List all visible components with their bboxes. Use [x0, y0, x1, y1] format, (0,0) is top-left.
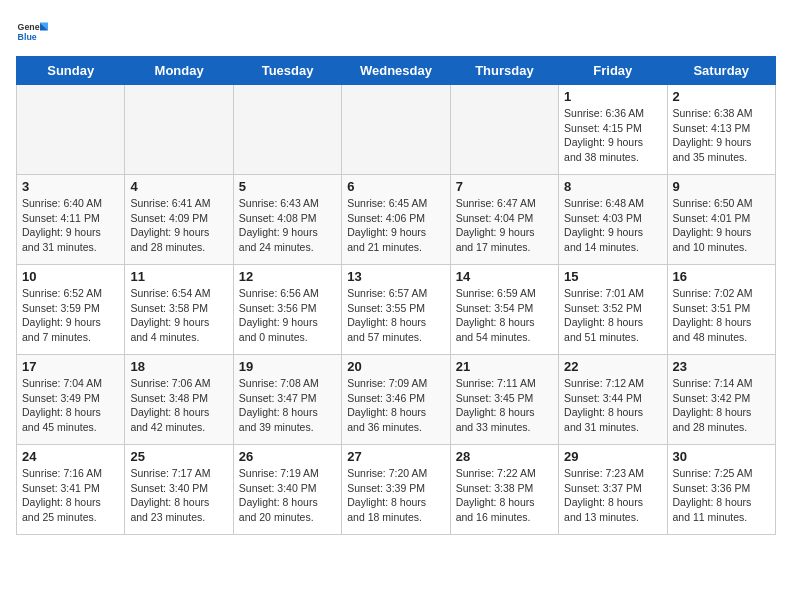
weekday-header-monday: Monday: [125, 57, 233, 85]
day-info: Sunrise: 6:52 AM Sunset: 3:59 PM Dayligh…: [22, 286, 119, 345]
day-number: 17: [22, 359, 119, 374]
day-info: Sunrise: 7:22 AM Sunset: 3:38 PM Dayligh…: [456, 466, 553, 525]
week-row-5: 24Sunrise: 7:16 AM Sunset: 3:41 PM Dayli…: [17, 445, 776, 535]
day-info: Sunrise: 7:16 AM Sunset: 3:41 PM Dayligh…: [22, 466, 119, 525]
calendar-cell: 28Sunrise: 7:22 AM Sunset: 3:38 PM Dayli…: [450, 445, 558, 535]
weekday-header-saturday: Saturday: [667, 57, 775, 85]
day-info: Sunrise: 6:56 AM Sunset: 3:56 PM Dayligh…: [239, 286, 336, 345]
day-number: 26: [239, 449, 336, 464]
day-info: Sunrise: 7:02 AM Sunset: 3:51 PM Dayligh…: [673, 286, 770, 345]
calendar-cell: 26Sunrise: 7:19 AM Sunset: 3:40 PM Dayli…: [233, 445, 341, 535]
calendar-cell: 20Sunrise: 7:09 AM Sunset: 3:46 PM Dayli…: [342, 355, 450, 445]
logo-icon: General Blue: [16, 16, 48, 48]
day-number: 23: [673, 359, 770, 374]
day-number: 28: [456, 449, 553, 464]
day-number: 7: [456, 179, 553, 194]
day-number: 12: [239, 269, 336, 284]
day-info: Sunrise: 6:45 AM Sunset: 4:06 PM Dayligh…: [347, 196, 444, 255]
calendar-cell: 30Sunrise: 7:25 AM Sunset: 3:36 PM Dayli…: [667, 445, 775, 535]
day-number: 29: [564, 449, 661, 464]
day-info: Sunrise: 7:23 AM Sunset: 3:37 PM Dayligh…: [564, 466, 661, 525]
calendar-cell: 5Sunrise: 6:43 AM Sunset: 4:08 PM Daylig…: [233, 175, 341, 265]
calendar-cell: 7Sunrise: 6:47 AM Sunset: 4:04 PM Daylig…: [450, 175, 558, 265]
day-number: 13: [347, 269, 444, 284]
day-number: 20: [347, 359, 444, 374]
day-info: Sunrise: 7:11 AM Sunset: 3:45 PM Dayligh…: [456, 376, 553, 435]
day-info: Sunrise: 6:50 AM Sunset: 4:01 PM Dayligh…: [673, 196, 770, 255]
day-number: 18: [130, 359, 227, 374]
calendar-cell: 24Sunrise: 7:16 AM Sunset: 3:41 PM Dayli…: [17, 445, 125, 535]
day-info: Sunrise: 7:19 AM Sunset: 3:40 PM Dayligh…: [239, 466, 336, 525]
day-number: 6: [347, 179, 444, 194]
day-number: 24: [22, 449, 119, 464]
day-number: 16: [673, 269, 770, 284]
day-info: Sunrise: 6:57 AM Sunset: 3:55 PM Dayligh…: [347, 286, 444, 345]
day-info: Sunrise: 7:17 AM Sunset: 3:40 PM Dayligh…: [130, 466, 227, 525]
day-info: Sunrise: 7:06 AM Sunset: 3:48 PM Dayligh…: [130, 376, 227, 435]
svg-text:Blue: Blue: [18, 32, 37, 42]
day-number: 5: [239, 179, 336, 194]
weekday-header-tuesday: Tuesday: [233, 57, 341, 85]
page-header: General Blue: [16, 16, 776, 48]
calendar-cell: 18Sunrise: 7:06 AM Sunset: 3:48 PM Dayli…: [125, 355, 233, 445]
day-info: Sunrise: 7:14 AM Sunset: 3:42 PM Dayligh…: [673, 376, 770, 435]
calendar-cell: 10Sunrise: 6:52 AM Sunset: 3:59 PM Dayli…: [17, 265, 125, 355]
day-info: Sunrise: 6:40 AM Sunset: 4:11 PM Dayligh…: [22, 196, 119, 255]
week-row-4: 17Sunrise: 7:04 AM Sunset: 3:49 PM Dayli…: [17, 355, 776, 445]
day-number: 30: [673, 449, 770, 464]
day-number: 3: [22, 179, 119, 194]
calendar-cell: [125, 85, 233, 175]
day-info: Sunrise: 7:20 AM Sunset: 3:39 PM Dayligh…: [347, 466, 444, 525]
day-number: 10: [22, 269, 119, 284]
day-info: Sunrise: 6:54 AM Sunset: 3:58 PM Dayligh…: [130, 286, 227, 345]
calendar-cell: 6Sunrise: 6:45 AM Sunset: 4:06 PM Daylig…: [342, 175, 450, 265]
day-info: Sunrise: 6:41 AM Sunset: 4:09 PM Dayligh…: [130, 196, 227, 255]
week-row-2: 3Sunrise: 6:40 AM Sunset: 4:11 PM Daylig…: [17, 175, 776, 265]
day-info: Sunrise: 7:25 AM Sunset: 3:36 PM Dayligh…: [673, 466, 770, 525]
day-info: Sunrise: 7:04 AM Sunset: 3:49 PM Dayligh…: [22, 376, 119, 435]
week-row-1: 1Sunrise: 6:36 AM Sunset: 4:15 PM Daylig…: [17, 85, 776, 175]
calendar-cell: [17, 85, 125, 175]
week-row-3: 10Sunrise: 6:52 AM Sunset: 3:59 PM Dayli…: [17, 265, 776, 355]
calendar-cell: 2Sunrise: 6:38 AM Sunset: 4:13 PM Daylig…: [667, 85, 775, 175]
day-info: Sunrise: 6:38 AM Sunset: 4:13 PM Dayligh…: [673, 106, 770, 165]
day-number: 22: [564, 359, 661, 374]
calendar-cell: 23Sunrise: 7:14 AM Sunset: 3:42 PM Dayli…: [667, 355, 775, 445]
calendar-cell: 12Sunrise: 6:56 AM Sunset: 3:56 PM Dayli…: [233, 265, 341, 355]
calendar-cell: 27Sunrise: 7:20 AM Sunset: 3:39 PM Dayli…: [342, 445, 450, 535]
weekday-header-thursday: Thursday: [450, 57, 558, 85]
weekday-header-friday: Friday: [559, 57, 667, 85]
day-number: 4: [130, 179, 227, 194]
day-info: Sunrise: 7:12 AM Sunset: 3:44 PM Dayligh…: [564, 376, 661, 435]
day-number: 21: [456, 359, 553, 374]
day-number: 1: [564, 89, 661, 104]
calendar-cell: 4Sunrise: 6:41 AM Sunset: 4:09 PM Daylig…: [125, 175, 233, 265]
weekday-header-wednesday: Wednesday: [342, 57, 450, 85]
calendar-table: SundayMondayTuesdayWednesdayThursdayFrid…: [16, 56, 776, 535]
day-info: Sunrise: 6:59 AM Sunset: 3:54 PM Dayligh…: [456, 286, 553, 345]
calendar-cell: 8Sunrise: 6:48 AM Sunset: 4:03 PM Daylig…: [559, 175, 667, 265]
calendar-cell: 25Sunrise: 7:17 AM Sunset: 3:40 PM Dayli…: [125, 445, 233, 535]
weekday-header-row: SundayMondayTuesdayWednesdayThursdayFrid…: [17, 57, 776, 85]
day-number: 15: [564, 269, 661, 284]
weekday-header-sunday: Sunday: [17, 57, 125, 85]
day-info: Sunrise: 6:36 AM Sunset: 4:15 PM Dayligh…: [564, 106, 661, 165]
calendar-cell: 9Sunrise: 6:50 AM Sunset: 4:01 PM Daylig…: [667, 175, 775, 265]
day-info: Sunrise: 6:47 AM Sunset: 4:04 PM Dayligh…: [456, 196, 553, 255]
day-number: 8: [564, 179, 661, 194]
day-number: 14: [456, 269, 553, 284]
calendar-cell: 19Sunrise: 7:08 AM Sunset: 3:47 PM Dayli…: [233, 355, 341, 445]
calendar-cell: 1Sunrise: 6:36 AM Sunset: 4:15 PM Daylig…: [559, 85, 667, 175]
calendar-cell: [233, 85, 341, 175]
day-number: 27: [347, 449, 444, 464]
calendar-cell: 3Sunrise: 6:40 AM Sunset: 4:11 PM Daylig…: [17, 175, 125, 265]
day-number: 19: [239, 359, 336, 374]
day-info: Sunrise: 6:43 AM Sunset: 4:08 PM Dayligh…: [239, 196, 336, 255]
calendar-cell: 21Sunrise: 7:11 AM Sunset: 3:45 PM Dayli…: [450, 355, 558, 445]
calendar-cell: 16Sunrise: 7:02 AM Sunset: 3:51 PM Dayli…: [667, 265, 775, 355]
calendar-cell: 11Sunrise: 6:54 AM Sunset: 3:58 PM Dayli…: [125, 265, 233, 355]
day-info: Sunrise: 7:01 AM Sunset: 3:52 PM Dayligh…: [564, 286, 661, 345]
calendar-cell: 15Sunrise: 7:01 AM Sunset: 3:52 PM Dayli…: [559, 265, 667, 355]
day-number: 2: [673, 89, 770, 104]
day-number: 25: [130, 449, 227, 464]
